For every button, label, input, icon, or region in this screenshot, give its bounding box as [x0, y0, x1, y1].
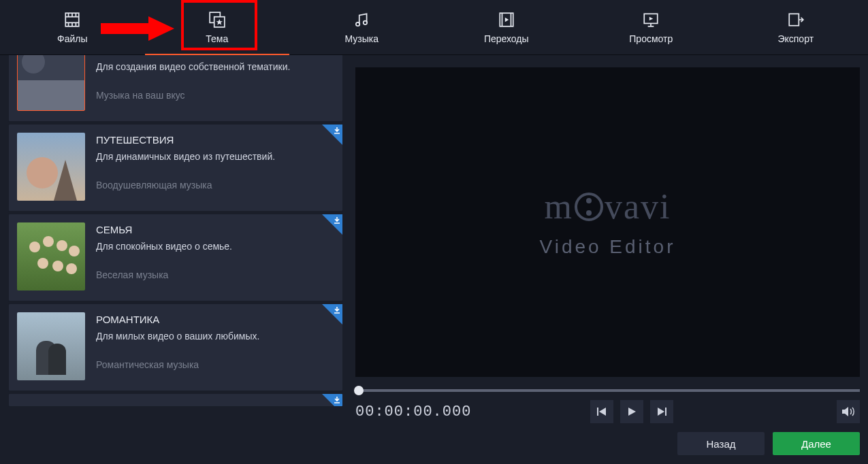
tab-theme[interactable]: Тема	[145, 0, 290, 54]
download-icon	[333, 127, 341, 135]
play-button[interactable]	[620, 400, 643, 423]
download-icon	[333, 216, 341, 225]
theme-music-hint: Веселая музыка	[96, 269, 232, 280]
brand-subtitle: Video Editor	[539, 236, 675, 258]
svg-marker-17	[505, 18, 509, 22]
next-button-footer[interactable]: Далее	[773, 432, 860, 455]
tab-label: Музыка	[344, 33, 379, 44]
theme-text: БЕЗ ТЕМЫ Для создания видео собственной …	[96, 55, 290, 113]
svg-marker-29	[842, 407, 848, 416]
seek-knob[interactable]	[354, 386, 364, 395]
tab-label: Переходы	[484, 33, 529, 44]
download-badge[interactable]	[322, 125, 342, 145]
svg-marker-25	[599, 408, 606, 416]
next-button[interactable]	[650, 400, 673, 423]
download-badge[interactable]	[322, 394, 342, 407]
theme-text: СЕМЬЯ Для спокойных видео о семье. Весел…	[96, 222, 232, 293]
theme-description: Для создания видео собственной тематики.	[96, 61, 290, 72]
theme-description: Для динамичных видео из путешествий.	[96, 151, 275, 162]
theme-music-hint: Воодушевляющая музыка	[96, 180, 275, 190]
back-button[interactable]: Назад	[677, 432, 765, 455]
top-tabs: Файлы Тема Музыка Переходы Просмотр Эксп…	[0, 0, 868, 55]
play-icon	[626, 406, 637, 417]
presentation-icon	[641, 10, 660, 29]
theme-music-hint: Музыка на ваш вкус	[96, 90, 290, 101]
skip-previous-icon	[596, 406, 607, 417]
tab-label: Тема	[206, 33, 228, 44]
music-notes-icon	[352, 10, 371, 29]
timecode: 00:00:00.000	[355, 403, 471, 420]
preview-viewport: mvavi Video Editor	[355, 67, 860, 377]
tab-label: Просмотр	[629, 33, 673, 44]
prev-button[interactable]	[590, 400, 613, 423]
download-badge[interactable]	[322, 214, 342, 235]
tab-label: Экспорт	[777, 33, 814, 44]
theme-list: БЕЗ ТЕМЫ Для создания видео собственной …	[8, 55, 343, 423]
svg-point-12	[356, 22, 359, 26]
theme-title: ПУТЕШЕСТВИЯ	[96, 134, 275, 146]
svg-marker-19	[649, 17, 653, 20]
theme-music-hint: Романтическая музыка	[96, 359, 259, 370]
theme-title: СЕМЬЯ	[96, 224, 232, 235]
transitions-icon	[497, 10, 516, 29]
theme-thumbnail	[17, 133, 85, 201]
seek-bar[interactable]	[355, 389, 860, 392]
theme-thumbnail	[17, 312, 85, 380]
tab-preview[interactable]: Просмотр	[579, 0, 724, 54]
theme-thumbnail	[17, 55, 85, 111]
tab-export[interactable]: Экспорт	[724, 0, 869, 54]
download-icon	[333, 396, 341, 404]
preview-pane: mvavi Video Editor 00:00:00.000	[355, 55, 860, 423]
tab-files[interactable]: Файлы	[0, 0, 145, 54]
main-area: БЕЗ ТЕМЫ Для создания видео собственной …	[0, 55, 868, 423]
tab-label: Файлы	[57, 33, 87, 44]
brand-logo: mvavi	[545, 186, 671, 227]
svg-marker-26	[628, 408, 636, 416]
theme-text: РОМАНТИКА Для милых видео о ваших любимы…	[96, 312, 259, 382]
download-badge[interactable]	[322, 304, 342, 325]
download-icon	[333, 306, 341, 314]
theme-star-icon	[208, 10, 227, 29]
theme-description: Для милых видео о ваших любимых.	[96, 331, 259, 342]
tab-transitions[interactable]: Переходы	[434, 0, 579, 54]
theme-card-romance[interactable]: РОМАНТИКА Для милых видео о ваших любимы…	[8, 303, 343, 391]
theme-description: Для спокойных видео о семье.	[96, 241, 232, 252]
svg-rect-27	[665, 408, 666, 416]
theme-card-travel[interactable]: ПУТЕШЕСТВИЯ Для динамичных видео из путе…	[8, 124, 343, 212]
volume-button[interactable]	[837, 400, 860, 423]
svg-rect-24	[597, 408, 598, 416]
film-reel-icon	[575, 193, 603, 221]
theme-text: ПУТЕШЕСТВИЯ Для динамичных видео из путе…	[96, 133, 275, 203]
export-icon	[786, 10, 805, 29]
film-strip-icon	[63, 10, 82, 29]
theme-card-no-theme[interactable]: БЕЗ ТЕМЫ Для создания видео собственной …	[8, 55, 343, 122]
volume-icon	[841, 405, 855, 418]
svg-marker-28	[658, 408, 664, 416]
svg-rect-22	[789, 14, 799, 25]
theme-title: РОМАНТИКА	[96, 314, 259, 325]
tab-music[interactable]: Музыка	[289, 0, 434, 54]
theme-card-family[interactable]: СЕМЬЯ Для спокойных видео о семье. Весел…	[8, 214, 343, 301]
theme-thumbnail	[17, 222, 85, 291]
footer-bar: Назад Далее	[0, 423, 868, 464]
theme-card-partial[interactable]	[8, 393, 343, 407]
svg-point-13	[364, 21, 367, 24]
skip-next-icon	[656, 406, 667, 417]
playback-controls: 00:00:00.000	[355, 400, 860, 423]
theme-title: БЕЗ ТЕМЫ	[96, 55, 290, 56]
